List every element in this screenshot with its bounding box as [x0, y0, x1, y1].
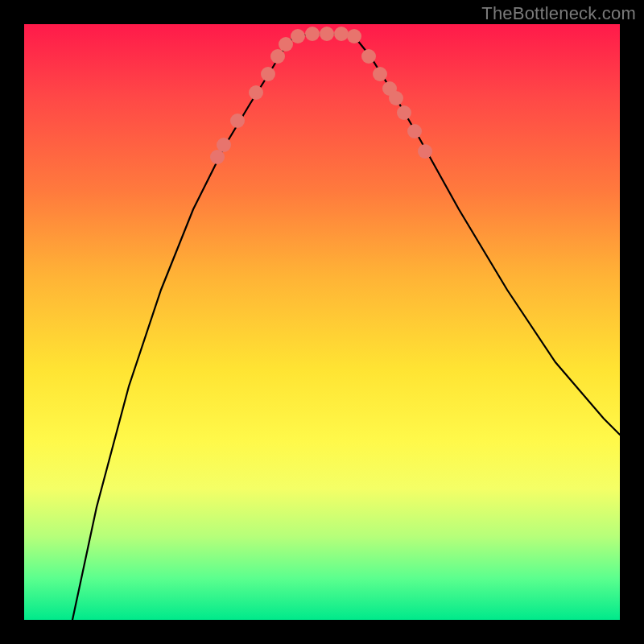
- curve-group: [72, 34, 620, 620]
- highlight-dot: [347, 29, 361, 43]
- highlight-dot: [305, 27, 320, 41]
- highlight-dots-group: [210, 27, 432, 164]
- highlight-dot: [373, 67, 387, 81]
- chart-frame: TheBottleneck.com: [0, 0, 644, 644]
- highlight-dot: [418, 144, 432, 159]
- highlight-dot: [249, 85, 263, 100]
- curve-svg: [24, 24, 620, 620]
- highlight-dot: [279, 37, 293, 52]
- highlight-dot: [230, 114, 245, 128]
- highlight-dot: [389, 91, 403, 105]
- highlight-dot: [291, 29, 305, 43]
- highlight-dot: [320, 27, 334, 41]
- highlight-dot: [261, 67, 275, 81]
- highlight-dot: [397, 105, 411, 120]
- highlight-dot: [361, 49, 376, 64]
- highlight-dot: [217, 138, 231, 152]
- highlight-dot: [270, 49, 285, 64]
- bottleneck-curve: [72, 34, 620, 620]
- chart-plot-area: [24, 24, 620, 620]
- highlight-dot: [407, 124, 422, 138]
- watermark-text: TheBottleneck.com: [481, 3, 636, 24]
- highlight-dot: [334, 27, 349, 41]
